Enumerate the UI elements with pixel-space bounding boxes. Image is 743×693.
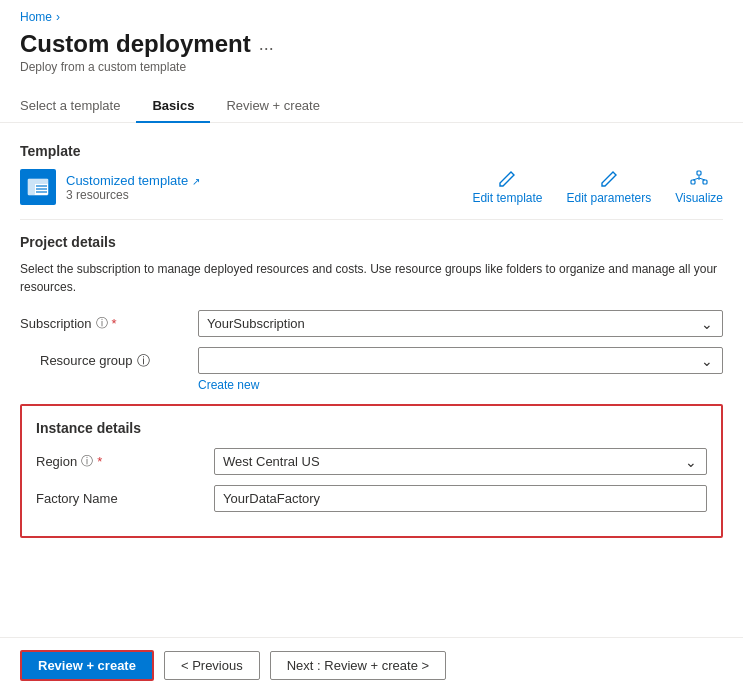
main-content: Template Customized template ↗ 3 resourc…	[0, 123, 743, 558]
page-title: Custom deployment	[20, 30, 251, 58]
divider-1	[20, 219, 723, 220]
subscription-select[interactable]: YourSubscription	[198, 310, 723, 337]
project-details-desc: Select the subscription to manage deploy…	[20, 260, 723, 296]
subscription-info-icon: ⓘ	[96, 315, 108, 332]
tab-select-template[interactable]: Select a template	[20, 90, 136, 123]
page-subtitle: Deploy from a custom template	[20, 60, 723, 74]
subscription-label: Subscription ⓘ	[20, 315, 190, 332]
svg-rect-6	[697, 171, 701, 175]
factory-name-label: Factory Name	[36, 491, 206, 506]
subscription-select-wrapper: YourSubscription	[198, 310, 723, 337]
factory-name-row: Factory Name	[36, 485, 707, 512]
tab-review-create[interactable]: Review + create	[210, 90, 336, 123]
region-select-wrapper: West Central US	[214, 448, 707, 475]
resource-group-select[interactable]	[198, 347, 723, 374]
visualize-button[interactable]: Visualize	[675, 170, 723, 205]
resource-group-select-wrapper	[198, 347, 723, 374]
region-label: Region ⓘ	[36, 453, 206, 470]
template-actions: Edit template Edit parameters Visualize	[472, 170, 723, 205]
region-info-icon: ⓘ	[81, 453, 93, 470]
tab-basics[interactable]: Basics	[136, 90, 210, 123]
svg-rect-7	[691, 180, 695, 184]
template-info: Customized template ↗ 3 resources	[66, 173, 200, 202]
subscription-row: Subscription ⓘ YourSubscription	[20, 310, 723, 337]
previous-button[interactable]: < Previous	[164, 651, 260, 680]
diagram-icon	[690, 170, 708, 188]
tabs-container: Select a template Basics Review + create	[0, 90, 743, 123]
template-section-title: Template	[20, 143, 723, 159]
template-resources: 3 resources	[66, 188, 200, 202]
pencil-icon	[498, 170, 516, 188]
template-name-link[interactable]: Customized template ↗	[66, 173, 200, 188]
template-card: Customized template ↗ 3 resources Edit t…	[20, 169, 723, 205]
edit-parameters-button[interactable]: Edit parameters	[566, 170, 651, 205]
instance-details-title: Instance details	[36, 420, 707, 436]
page-header: Custom deployment ... Deploy from a cust…	[0, 28, 743, 80]
svg-line-11	[699, 178, 705, 180]
region-select[interactable]: West Central US	[214, 448, 707, 475]
svg-rect-2	[28, 179, 48, 184]
subscription-control: YourSubscription	[198, 310, 723, 337]
region-control: West Central US	[214, 448, 707, 475]
next-button[interactable]: Next : Review + create >	[270, 651, 446, 680]
edit-template-button[interactable]: Edit template	[472, 170, 542, 205]
factory-name-control	[214, 485, 707, 512]
create-new-link[interactable]: Create new	[198, 378, 723, 392]
ellipsis-menu-button[interactable]: ...	[259, 34, 274, 55]
footer-bar: Review + create < Previous Next : Review…	[0, 637, 743, 693]
resource-group-label: Resource group ⓘ	[20, 352, 190, 370]
breadcrumb-home[interactable]: Home	[20, 10, 52, 24]
factory-name-input[interactable]	[214, 485, 707, 512]
svg-rect-8	[703, 180, 707, 184]
project-details-title: Project details	[20, 234, 723, 250]
external-link-icon: ↗	[192, 176, 200, 187]
region-row: Region ⓘ West Central US	[36, 448, 707, 475]
svg-line-10	[693, 178, 699, 180]
resource-group-control	[198, 347, 723, 374]
template-icon	[20, 169, 56, 205]
instance-details-box: Instance details Region ⓘ West Central U…	[20, 404, 723, 538]
breadcrumb-separator: ›	[56, 10, 60, 24]
resource-group-info-icon: ⓘ	[137, 352, 150, 370]
breadcrumb: Home ›	[0, 0, 743, 28]
pencil-icon-2	[600, 170, 618, 188]
review-create-button[interactable]: Review + create	[20, 650, 154, 681]
resource-group-row: Resource group ⓘ	[20, 347, 723, 374]
